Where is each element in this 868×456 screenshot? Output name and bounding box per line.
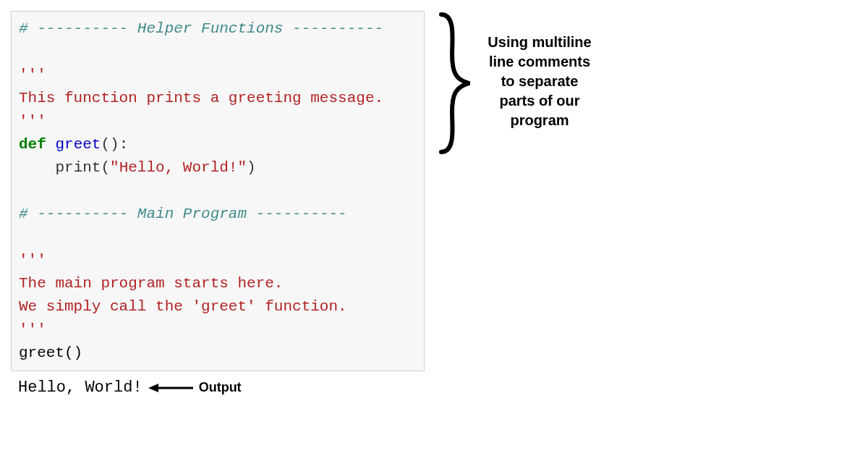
curly-brace-icon xyxy=(434,11,470,156)
arrow-left-icon xyxy=(148,381,193,395)
docstring-body-1: This function prints a greeting message. xyxy=(19,90,383,106)
print-call-head: print( xyxy=(55,159,110,176)
docstring-close-1: ''' xyxy=(19,113,46,130)
output-text: Hello, World! xyxy=(18,379,142,397)
docstring-open-2: ''' xyxy=(19,252,46,269)
docstring-line-2b: We simply call the 'greet' function. xyxy=(19,298,347,315)
fn-signature-tail: (): xyxy=(101,136,128,153)
print-call-tail: ) xyxy=(247,159,256,176)
section-header-1: # ---------- Helper Functions ---------- xyxy=(19,20,383,37)
code-block: # ---------- Helper Functions ----------… xyxy=(11,11,425,371)
output-label: Output xyxy=(199,380,242,395)
annotation-text: Using multiline line comments to separat… xyxy=(482,33,597,130)
docstring-line-2a: The main program starts here. xyxy=(19,275,283,292)
docstring-open-1: ''' xyxy=(19,67,46,83)
output-row: Hello, World! Output xyxy=(18,379,857,397)
def-keyword: def xyxy=(19,136,46,153)
docstring-close-2: ''' xyxy=(19,321,46,338)
call-line: greet() xyxy=(19,345,82,361)
annotation: Using multiline line comments to separat… xyxy=(434,11,597,156)
print-string-literal: "Hello, World!" xyxy=(110,159,247,176)
function-name: greet xyxy=(55,136,101,153)
svg-marker-1 xyxy=(148,384,158,392)
section-header-2: # ---------- Main Program ---------- xyxy=(19,206,347,222)
